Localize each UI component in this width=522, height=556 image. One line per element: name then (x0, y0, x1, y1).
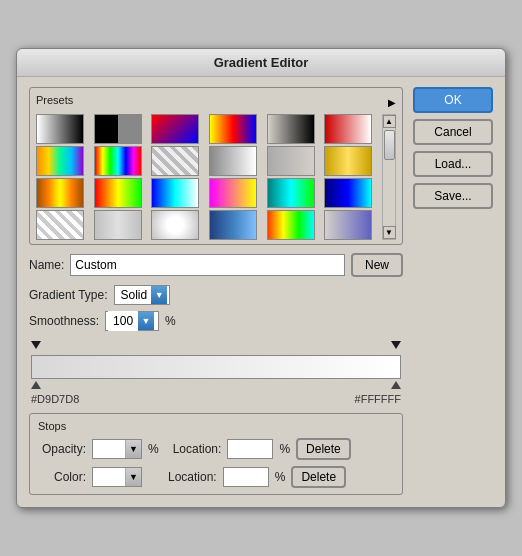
stops-group: Stops Opacity: ▼ % Location: % Delete (29, 413, 403, 495)
bottom-stop-right[interactable] (391, 381, 401, 393)
smoothness-select-wrap[interactable]: ▼ (105, 311, 159, 331)
color-arrow[interactable]: ▼ (125, 468, 141, 486)
preset-swatch-12[interactable] (324, 146, 372, 176)
color-label: Color: (38, 470, 86, 484)
preset-swatch-8[interactable] (94, 146, 142, 176)
gradient-bar[interactable] (31, 355, 401, 379)
top-stop-left[interactable] (31, 341, 41, 353)
preset-swatch-18[interactable] (324, 178, 372, 208)
color-location-label: Location: (168, 470, 217, 484)
bottom-stop-right-arrow (391, 381, 401, 389)
preset-swatch-13[interactable] (36, 178, 84, 208)
color-delete-button[interactable]: Delete (291, 466, 346, 488)
preset-swatch-17[interactable] (267, 178, 315, 208)
gradient-bar-area: #D9D7D8 #FFFFFF (29, 341, 403, 405)
ok-button[interactable]: OK (413, 87, 493, 113)
color-location-unit: % (275, 470, 286, 484)
top-stops (29, 341, 403, 353)
gradient-type-select[interactable]: Solid ▼ (114, 285, 171, 305)
presets-inner: ▲ ▼ (36, 114, 396, 240)
preset-swatch-19[interactable] (36, 210, 84, 240)
preset-swatch-4[interactable] (209, 114, 257, 144)
left-panel: Presets ▶ (29, 87, 403, 495)
smoothness-unit: % (165, 314, 176, 328)
load-button[interactable]: Load... (413, 151, 493, 177)
preset-swatch-24[interactable] (324, 210, 372, 240)
top-stop-left-arrow (31, 341, 41, 349)
preset-swatch-23[interactable] (267, 210, 315, 240)
bottom-stop-left[interactable] (31, 381, 41, 393)
smoothness-label: Smoothness: (29, 314, 99, 328)
opacity-row: Opacity: ▼ % Location: % Delete (38, 438, 394, 460)
cancel-button[interactable]: Cancel (413, 119, 493, 145)
presets-scrollbar: ▲ ▼ (382, 114, 396, 240)
content-area: Presets ▶ (17, 77, 505, 495)
scroll-up-btn[interactable]: ▲ (383, 115, 396, 128)
preset-swatch-20[interactable] (94, 210, 142, 240)
gradient-type-value: Solid (117, 288, 152, 302)
presets-label: Presets (36, 94, 73, 106)
preset-swatch-11[interactable] (267, 146, 315, 176)
scroll-thumb[interactable] (384, 130, 395, 160)
name-label: Name: (29, 258, 64, 272)
preset-swatch-10[interactable] (209, 146, 257, 176)
presets-group: Presets ▶ (29, 87, 403, 245)
opacity-unit: % (148, 442, 159, 456)
scroll-down-btn[interactable]: ▼ (383, 226, 396, 239)
gradient-type-row: Gradient Type: Solid ▼ (29, 285, 403, 305)
smoothness-row: Smoothness: ▼ % (29, 311, 403, 331)
preset-swatch-14[interactable] (94, 178, 142, 208)
left-color-label: #D9D7D8 (31, 393, 79, 405)
gradient-type-arrow[interactable]: ▼ (151, 286, 167, 304)
title-bar: Gradient Editor (17, 49, 505, 77)
preset-swatch-22[interactable] (209, 210, 257, 240)
bottom-stop-left-arrow (31, 381, 41, 389)
opacity-arrow[interactable]: ▼ (125, 440, 141, 458)
opacity-input-wrap[interactable]: ▼ (92, 439, 142, 459)
presets-grid (36, 114, 380, 240)
right-color-label: #FFFFFF (355, 393, 401, 405)
color-labels: #D9D7D8 #FFFFFF (29, 393, 403, 405)
color-row: Color: ▼ Location: % Delete (38, 466, 394, 488)
gradient-type-label: Gradient Type: (29, 288, 108, 302)
preset-swatch-16[interactable] (209, 178, 257, 208)
opacity-label: Opacity: (38, 442, 86, 456)
dialog-title: Gradient Editor (214, 55, 309, 70)
top-stop-right-arrow (391, 341, 401, 349)
preset-swatch-21[interactable] (151, 210, 199, 240)
presets-expand-icon[interactable]: ▶ (388, 97, 396, 108)
smoothness-arrow[interactable]: ▼ (138, 312, 154, 330)
preset-swatch-5[interactable] (267, 114, 315, 144)
opacity-input[interactable] (93, 440, 125, 458)
bottom-stops (29, 381, 403, 393)
preset-swatch-1[interactable] (36, 114, 84, 144)
smoothness-input[interactable] (108, 311, 138, 331)
preset-swatch-6[interactable] (324, 114, 372, 144)
save-button[interactable]: Save... (413, 183, 493, 209)
opacity-location-label: Location: (173, 442, 222, 456)
right-panel: OK Cancel Load... Save... (413, 87, 493, 495)
name-input[interactable] (70, 254, 345, 276)
preset-swatch-15[interactable] (151, 178, 199, 208)
name-row: Name: New (29, 253, 403, 277)
preset-swatch-2[interactable] (94, 114, 142, 144)
top-stop-right[interactable] (391, 341, 401, 353)
new-button[interactable]: New (351, 253, 403, 277)
preset-swatch-9[interactable] (151, 146, 199, 176)
preset-swatch-7[interactable] (36, 146, 84, 176)
preset-swatch-3[interactable] (151, 114, 199, 144)
gradient-editor-dialog: Gradient Editor Presets ▶ (16, 48, 506, 508)
opacity-location-unit: % (279, 442, 290, 456)
color-input[interactable] (93, 468, 125, 486)
stops-label: Stops (38, 420, 394, 432)
opacity-location-input[interactable] (227, 439, 273, 459)
opacity-delete-button[interactable]: Delete (296, 438, 351, 460)
color-input-wrap[interactable]: ▼ (92, 467, 142, 487)
color-location-input[interactable] (223, 467, 269, 487)
